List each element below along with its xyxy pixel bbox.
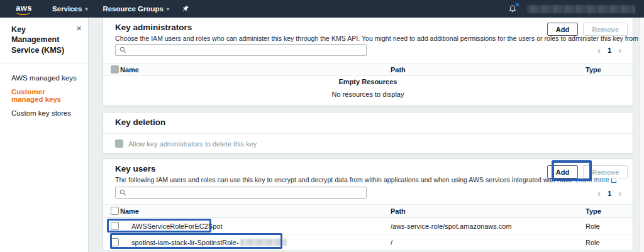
key-users-title: Key users (115, 164, 156, 173)
resource-groups-menu-label: Resource Groups (103, 5, 164, 13)
sidebar-item-aws-managed-keys[interactable]: AWS managed keys (0, 71, 88, 85)
description-text: The following IAM users and roles can us… (115, 176, 574, 184)
page-prev-icon[interactable]: ‹ (597, 46, 601, 55)
key-users-table-header: Name Path Type (103, 204, 633, 217)
aws-smile-icon (16, 10, 30, 15)
empty-state: Empty Resources No resources to display (103, 78, 633, 98)
page-number[interactable]: 1 (608, 190, 611, 197)
add-button[interactable]: Add (547, 165, 578, 178)
page-number[interactable]: 1 (608, 47, 611, 54)
top-navigation-bar: aws Services ▾ Resource Groups ▾ (0, 0, 644, 18)
topbar-right-group (508, 4, 644, 13)
table-row[interactable]: spotinst-iam-stack-lir-SpotinstRole- / R… (103, 234, 633, 250)
search-icon (119, 189, 126, 196)
column-header-name: Name (120, 66, 139, 74)
column-header-type: Type (586, 207, 601, 215)
cell-path: / (391, 239, 392, 246)
scrollbar-track[interactable] (639, 18, 644, 252)
chevron-down-icon: ▾ (85, 6, 87, 12)
column-header-path: Path (391, 207, 406, 215)
sidebar-item-custom-key-stores[interactable]: Custom key stores (0, 106, 88, 120)
row-checkbox[interactable] (111, 238, 119, 246)
chevron-down-icon: ▾ (167, 6, 169, 12)
cell-type: Role (586, 222, 600, 230)
sidebar-item-customer-managed-keys[interactable]: Customer managed keys (0, 85, 88, 106)
cell-name: spotinst-iam-stack-lir-SpotinstRole- (131, 239, 287, 246)
remove-button: Remove (583, 165, 628, 178)
resource-groups-menu[interactable]: Resource Groups ▾ (103, 5, 169, 13)
account-menu-redacted[interactable] (527, 5, 635, 13)
search-input[interactable] (130, 47, 362, 54)
key-deletion-panel: Key deletion Allow key administrators to… (103, 112, 633, 154)
empty-state-subtitle: No resources to display (103, 90, 633, 98)
search-input[interactable] (130, 189, 362, 197)
table-row[interactable]: AWSServiceRoleForEC2Spot /aws-service-ro… (103, 217, 633, 234)
sidebar-nav: AWS managed keys Customer managed keys C… (0, 63, 88, 128)
page-next-icon[interactable]: › (618, 46, 621, 55)
aws-console-screen: aws Services ▾ Resource Groups ▾ (0, 0, 644, 252)
empty-state-title: Empty Resources (103, 78, 633, 85)
add-button[interactable]: Add (547, 23, 578, 36)
key-administrators-title: Key administrators (115, 23, 192, 32)
notification-dot (516, 3, 519, 6)
pushpin-icon[interactable] (182, 5, 189, 13)
column-header-type: Type (586, 66, 601, 74)
row-checkbox[interactable] (111, 222, 119, 230)
key-users-pager: ‹ 1 › (597, 189, 621, 198)
key-administrators-table-header: Name Path Type (103, 63, 633, 76)
cell-path: /aws-service-role/spot.amazonaws.com (391, 222, 512, 230)
cell-type: Role (586, 239, 600, 246)
page-prev-icon[interactable]: ‹ (597, 189, 601, 198)
key-administrators-search[interactable] (115, 44, 367, 56)
divider (103, 133, 633, 134)
search-icon (119, 47, 126, 53)
sidebar-title: Key Management Service (KMS) (0, 18, 88, 63)
key-deletion-row: Allow key administrators to delete this … (115, 140, 257, 148)
key-administrators-pager: ‹ 1 › (597, 46, 621, 55)
key-users-panel: Key users The following IAM users and ro… (103, 158, 633, 249)
column-header-name: Name (120, 207, 139, 215)
key-administrators-panel: Key administrators Choose the IAM users … (103, 18, 633, 106)
redacted-text-block (240, 239, 287, 246)
kms-sidebar: Key Management Service (KMS) × AWS manag… (0, 18, 89, 252)
key-users-search[interactable] (115, 187, 367, 199)
notifications-button[interactable] (508, 4, 517, 13)
cell-name: AWSServiceRoleForEC2Spot (131, 222, 222, 230)
services-menu[interactable]: Services ▾ (52, 5, 87, 13)
remove-button: Remove (583, 23, 628, 36)
select-all-checkbox[interactable] (111, 207, 119, 215)
key-users-description: The following IAM users and roles can us… (115, 176, 616, 184)
page-next-icon[interactable]: › (618, 189, 621, 198)
select-all-checkbox (111, 65, 119, 74)
key-users-actions: Add Remove (547, 165, 628, 178)
services-menu-label: Services (52, 5, 82, 13)
allow-deletion-checkbox (115, 140, 123, 148)
column-header-path: Path (391, 66, 406, 74)
external-link-icon (611, 178, 616, 183)
key-administrators-actions: Add Remove (547, 23, 628, 36)
allow-deletion-label: Allow key administrators to delete this … (128, 140, 257, 148)
aws-logo[interactable]: aws (16, 4, 32, 14)
close-icon[interactable]: × (76, 23, 82, 33)
key-deletion-title: Key deletion (115, 118, 165, 127)
